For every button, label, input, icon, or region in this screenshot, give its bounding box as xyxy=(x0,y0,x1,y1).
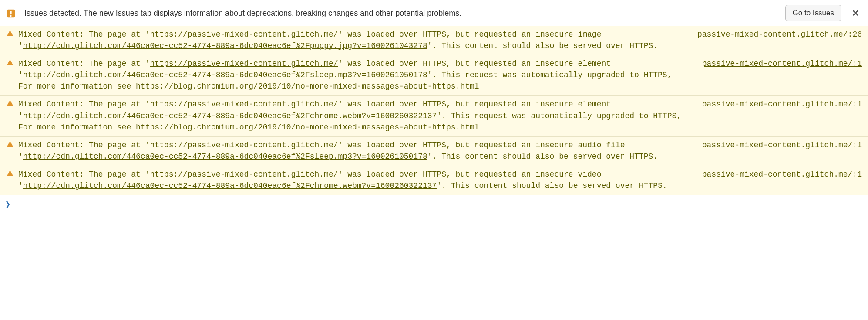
go-to-issues-button[interactable]: Go to Issues xyxy=(785,5,841,21)
message-text: Mixed Content: The page at ' xyxy=(18,59,150,68)
warning-source: passive-mixed-content.glitch.me/:26 xyxy=(684,29,862,40)
svg-rect-6 xyxy=(10,64,10,65)
message-link[interactable]: https://blog.chromium.org/2019/10/no-mor… xyxy=(136,82,479,91)
message-text: Mixed Content: The page at ' xyxy=(18,30,150,39)
warning-icon xyxy=(6,170,14,177)
warning-icon xyxy=(6,140,14,148)
console-warning-row: Mixed Content: The page at 'https://pass… xyxy=(0,55,868,96)
warning-source: passive-mixed-content.glitch.me/:1 xyxy=(689,140,862,151)
message-link[interactable]: http://cdn.glitch.com/446ca0ec-cc52-4774… xyxy=(23,152,427,161)
issues-icon xyxy=(6,9,16,18)
close-icon[interactable]: ✕ xyxy=(848,8,862,18)
message-link[interactable]: https://passive-mixed-content.glitch.me/ xyxy=(150,100,338,109)
message-link[interactable]: http://cdn.glitch.com/446ca0ec-cc52-4774… xyxy=(23,71,427,79)
issues-bar: Issues detected. The new Issues tab disp… xyxy=(0,0,868,26)
message-link[interactable]: http://cdn.glitch.com/446ca0ec-cc52-4774… xyxy=(23,112,437,120)
message-text: Mixed Content: The page at ' xyxy=(18,170,150,179)
message-text: Mixed Content: The page at ' xyxy=(18,141,150,150)
console-messages: Mixed Content: The page at 'https://pass… xyxy=(0,26,868,195)
svg-rect-8 xyxy=(10,105,10,106)
source-link[interactable]: passive-mixed-content.glitch.me/:1 xyxy=(702,100,862,109)
message-text: '. This content should also be served ov… xyxy=(437,181,667,190)
warning-icon xyxy=(6,99,14,107)
svg-rect-4 xyxy=(10,35,10,36)
message-link[interactable]: https://passive-mixed-content.glitch.me/ xyxy=(150,170,338,179)
svg-rect-1 xyxy=(10,11,11,14)
svg-rect-3 xyxy=(10,32,10,34)
issues-bar-text: Issues detected. The new Issues tab disp… xyxy=(22,9,779,18)
message-link[interactable]: https://blog.chromium.org/2019/10/no-mor… xyxy=(136,123,479,132)
source-link[interactable]: passive-mixed-content.glitch.me/:26 xyxy=(697,30,862,39)
warning-source: passive-mixed-content.glitch.me/:1 xyxy=(689,58,862,69)
message-text: '. This content should also be served ov… xyxy=(427,152,658,161)
message-text: Mixed Content: The page at ' xyxy=(18,100,150,109)
console-prompt[interactable]: ❯ xyxy=(0,195,868,213)
svg-rect-10 xyxy=(10,145,10,146)
warning-message: Mixed Content: The page at 'https://pass… xyxy=(18,99,685,133)
console-warning-row: Mixed Content: The page at 'https://pass… xyxy=(0,96,868,136)
svg-rect-9 xyxy=(10,143,10,145)
warning-icon xyxy=(6,30,14,37)
source-link[interactable]: passive-mixed-content.glitch.me/:1 xyxy=(702,59,862,68)
warning-icon xyxy=(6,59,14,67)
svg-rect-7 xyxy=(10,102,10,104)
svg-rect-12 xyxy=(10,175,10,176)
console-warning-row: Mixed Content: The page at 'https://pass… xyxy=(0,26,868,55)
svg-rect-2 xyxy=(10,15,11,16)
source-link[interactable]: passive-mixed-content.glitch.me/:1 xyxy=(702,170,862,179)
warning-message: Mixed Content: The page at 'https://pass… xyxy=(18,169,685,191)
message-link[interactable]: https://passive-mixed-content.glitch.me/ xyxy=(150,59,338,68)
message-text: '. This content should also be served ov… xyxy=(427,41,658,50)
warning-source: passive-mixed-content.glitch.me/:1 xyxy=(689,99,862,110)
svg-rect-5 xyxy=(10,61,10,64)
warning-message: Mixed Content: The page at 'https://pass… xyxy=(18,58,685,92)
message-link[interactable]: https://passive-mixed-content.glitch.me/ xyxy=(150,30,338,39)
warning-source: passive-mixed-content.glitch.me/:1 xyxy=(689,169,862,180)
svg-rect-11 xyxy=(10,172,10,174)
console-warning-row: Mixed Content: The page at 'https://pass… xyxy=(0,166,868,195)
message-link[interactable]: http://cdn.glitch.com/446ca0ec-cc52-4774… xyxy=(23,41,427,50)
message-link[interactable]: https://passive-mixed-content.glitch.me/ xyxy=(150,141,338,150)
message-link[interactable]: http://cdn.glitch.com/446ca0ec-cc52-4774… xyxy=(23,181,437,190)
console-warning-row: Mixed Content: The page at 'https://pass… xyxy=(0,137,868,166)
warning-message: Mixed Content: The page at 'https://pass… xyxy=(18,29,680,51)
source-link[interactable]: passive-mixed-content.glitch.me/:1 xyxy=(702,141,862,150)
warning-message: Mixed Content: The page at 'https://pass… xyxy=(18,140,685,162)
